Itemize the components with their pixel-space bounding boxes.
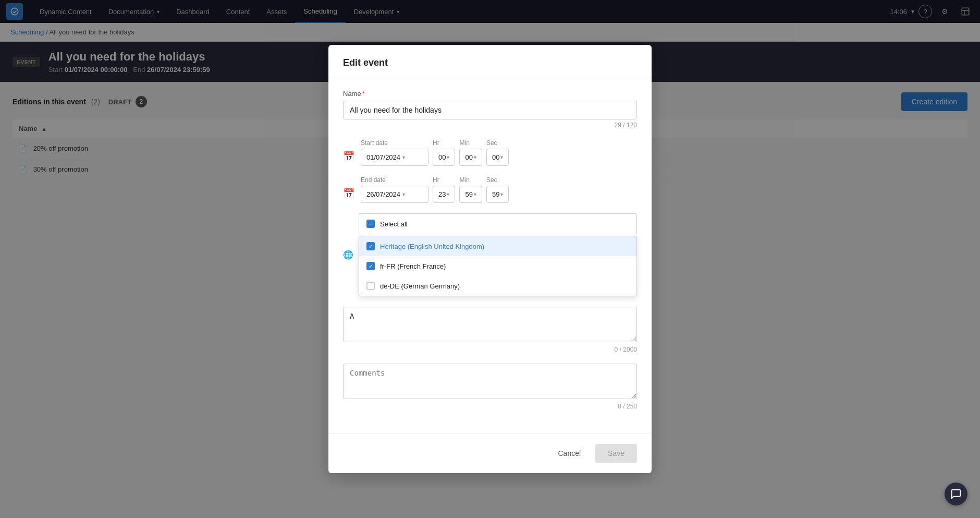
- chevron-down-icon: ▾: [447, 154, 449, 160]
- start-date-field[interactable]: 01/07/2024 ▾: [361, 149, 428, 166]
- name-input[interactable]: [343, 101, 637, 119]
- start-hr-field[interactable]: 00 ▾: [433, 149, 455, 166]
- chevron-down-icon: ▾: [474, 154, 476, 160]
- chevron-down-icon: ▾: [500, 154, 503, 160]
- start-sec-field[interactable]: 00 ▾: [486, 149, 509, 166]
- end-date-field-col: End date 26/07/2024 ▾: [361, 176, 428, 190]
- end-min-col: Min 59 ▾: [459, 176, 482, 190]
- start-date-field-col: Start date 01/07/2024 ▾: [361, 139, 428, 166]
- end-date-group: 📅 End date 26/07/2024 ▾ Hr: [343, 176, 637, 190]
- start-min-field[interactable]: 00 ▾: [459, 149, 482, 166]
- start-hr-col: Hr 00 ▾: [433, 139, 455, 166]
- start-min-col: Min 00 ▾: [459, 139, 482, 166]
- end-hr-col: Hr 23 ▾: [433, 176, 455, 190]
- calendar-icon: 📅: [343, 151, 354, 162]
- start-sec-col: Sec 00 ▾: [486, 139, 509, 166]
- calendar-icon: 📅: [343, 188, 354, 190]
- chevron-down-icon: ▾: [402, 154, 405, 160]
- end-date-field[interactable]: 26/07/2024 ▾: [361, 186, 428, 190]
- end-min-field[interactable]: 59 ▾: [459, 186, 482, 190]
- name-field-group: Name* 29 / 120: [343, 90, 637, 129]
- end-sec-field[interactable]: 59 ▾: [486, 186, 509, 190]
- end-hr-field[interactable]: 23 ▾: [433, 186, 455, 190]
- start-date-group: 📅 Start date 01/07/2024 ▾ Hr: [343, 139, 637, 166]
- modal-overlay[interactable]: Edit event Name* 29 / 120 📅: [0, 0, 980, 190]
- modal-title: Edit event: [328, 45, 652, 77]
- name-char-count: 29 / 120: [343, 122, 637, 129]
- edit-event-modal: Edit event Name* 29 / 120 📅: [328, 45, 652, 190]
- end-sec-col: Sec 59 ▾: [486, 176, 509, 190]
- name-label: Name*: [343, 90, 637, 98]
- modal-body: Name* 29 / 120 📅 Start date: [328, 77, 652, 190]
